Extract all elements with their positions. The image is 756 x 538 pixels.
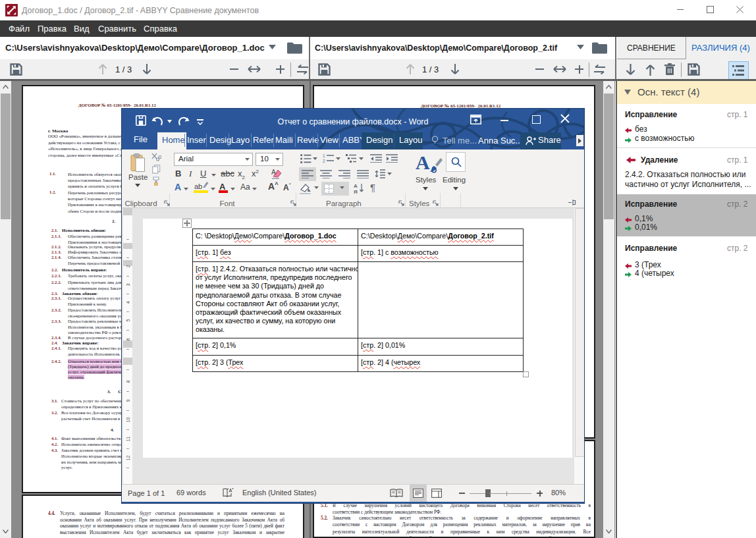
svg-text:1: 1 (323, 153, 325, 158)
svg-text:A: A (271, 169, 276, 176)
svg-text:А: А (354, 183, 358, 189)
svg-text:Я: Я (354, 189, 358, 194)
svg-text:2: 2 (323, 159, 325, 163)
